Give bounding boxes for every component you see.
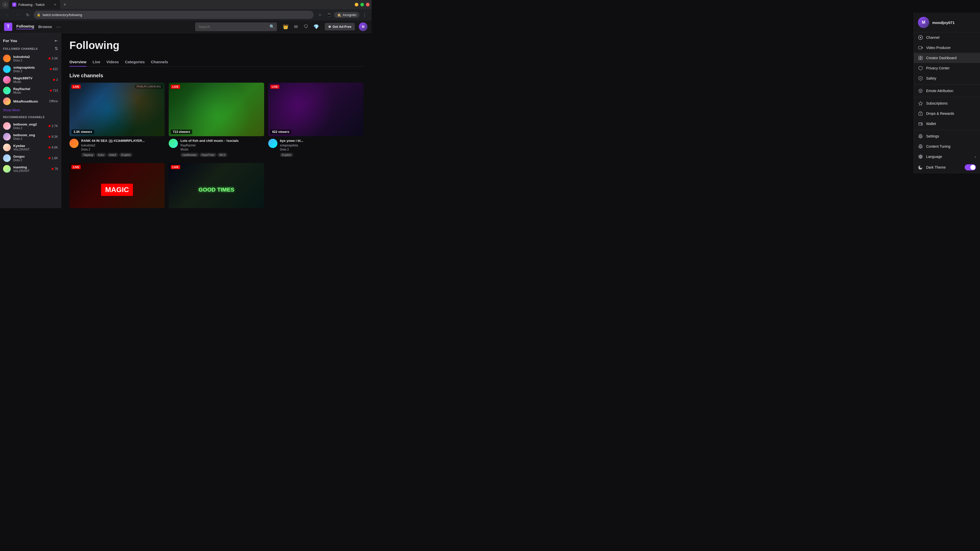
channel-live: 8.3K (48, 135, 58, 138)
sidebar-item-rayrachel[interactable]: RayRachel Music 713 (0, 85, 61, 96)
sidebar-item-betboom-eng2[interactable]: betboom_eng2 Dota 2 2.7K (0, 121, 61, 131)
drops-icon-btn[interactable]: 💎 (312, 22, 321, 32)
tag[interactable]: English (119, 153, 132, 157)
avatar (3, 133, 11, 141)
active-tab[interactable]: T Following - Twitch ✕ (9, 0, 60, 9)
channel-game: VALORANT (13, 169, 49, 173)
minimize-btn[interactable] (355, 3, 358, 6)
search-input[interactable] (196, 25, 267, 29)
mail-icon-btn[interactable]: ✉ (291, 22, 301, 32)
content-area: For You ⇤ FOLLOWED CHANNELS ⇅ kukudota2 … (0, 33, 372, 208)
tag[interactable]: Tagalog (81, 153, 95, 157)
card-title: bye yowe i bl... (280, 139, 363, 143)
sidebar-item-inamiing[interactable]: inamiing VALORANT 78 (0, 164, 61, 174)
channel-card-magic899[interactable]: MAGIC LIVE (69, 163, 165, 208)
get-ad-free-btn[interactable]: ⊕ Get Ad-Free (325, 23, 355, 30)
live-badge: LIVE (171, 85, 180, 89)
live-dot (48, 57, 51, 59)
tab-overview[interactable]: Overview (69, 58, 86, 67)
maximize-btn[interactable] (360, 3, 364, 6)
user-avatar-btn[interactable]: M (359, 22, 368, 31)
sidebar-collapse-btn[interactable]: ⇤ (55, 38, 58, 43)
browser-actions: ☆ 📱 🕵 Incognito ⋮ (316, 11, 369, 19)
nav-icon-group: 👑 ✉ 🗨 💎 (281, 22, 321, 32)
sidebar-item-kukudota2[interactable]: kukudota2 Dota 2 3.3K (0, 53, 61, 64)
show-more-btn[interactable]: Show More (0, 106, 61, 114)
streamer-avatar (268, 139, 277, 148)
search-button[interactable]: 🔍 (267, 22, 277, 31)
channel-info: betboom_eng Dota 2 (13, 133, 46, 141)
sidebar-item-gorgec[interactable]: Gorgec Dota 2 1.8K (0, 153, 61, 164)
channel-card-kukudota2[interactable]: LIVE 3.3K viewers RIVALRY.LINK/KUKU RANK… (69, 83, 165, 157)
live-badge: LIVE (171, 165, 180, 169)
card-tags: cardbreaks HypeTrain MLS (180, 153, 264, 157)
tag[interactable]: kuku (96, 153, 106, 157)
channel-game: Music (13, 91, 47, 94)
incognito-btn[interactable]: 🕵 Incognito (334, 12, 360, 18)
live-dot (48, 125, 51, 127)
avatar (3, 76, 11, 84)
nav-following[interactable]: Following (16, 24, 34, 29)
tag[interactable]: HypeTrain (200, 153, 216, 157)
crown-icon-btn[interactable]: 👑 (281, 22, 290, 32)
offline-badge: Offline (49, 100, 58, 103)
live-dot (48, 146, 51, 148)
viewer-count: 713 (53, 89, 58, 92)
phone-btn[interactable]: 📱 (325, 11, 333, 19)
close-btn[interactable] (366, 3, 369, 6)
search-bar[interactable]: 🔍 (195, 22, 277, 31)
forward-btn[interactable]: → (13, 11, 21, 19)
channel-info: kukudota2 Dota 2 (13, 55, 46, 62)
sidebar-item-kyedae[interactable]: Kyedae VALORANT 8.8K (0, 142, 61, 153)
twitch-logo[interactable]: T (4, 23, 12, 31)
sidebar: For You ⇤ FOLLOWED CHANNELS ⇅ kukudota2 … (0, 33, 61, 208)
channel-name: MikaRoseMusic (13, 100, 47, 103)
tag[interactable]: dota2 (107, 153, 118, 157)
followed-section-title: FOLLOWED CHANNELS (3, 47, 38, 50)
viewer-count: 2 (56, 78, 58, 82)
bookmark-btn[interactable]: ☆ (316, 11, 324, 19)
tab-live[interactable]: Live (93, 58, 100, 67)
sidebar-item-mikarosemusic[interactable]: MikaRoseMusic Offline (0, 96, 61, 106)
refresh-btn[interactable]: ↻ (24, 11, 32, 19)
card-tags: English (280, 153, 363, 157)
tag[interactable]: English (280, 153, 293, 157)
channel-card-solapsapdota[interactable]: LIVE 622 viewers bye yowe i bl... solaps… (268, 83, 363, 157)
channel-live: 622 (50, 67, 58, 71)
sidebar-item-magic899tv[interactable]: Magic899TV Music 2 (0, 75, 61, 85)
new-tab-btn[interactable]: + (61, 1, 68, 8)
tag[interactable]: cardbreaks (180, 153, 198, 157)
nav-more-btn[interactable]: ⋯ (56, 24, 61, 30)
channel-game: Dota 2 (13, 69, 47, 73)
live-badge: LIVE (72, 165, 81, 169)
followed-channels-header: FOLLOWED CHANNELS ⇅ (0, 44, 61, 53)
tab-dropdown-btn[interactable]: ▾ (2, 2, 8, 8)
card-streamer: RayRachel (180, 144, 264, 147)
channel-name: Gorgec (13, 155, 46, 159)
browser-chrome: ▾ T Following - Twitch ✕ + ← → ↻ 🔒 twitc… (0, 0, 372, 21)
sidebar-item-solapsapdota[interactable]: solapsapdota Dota 2 622 (0, 64, 61, 75)
tab-channels[interactable]: Channels (151, 58, 168, 67)
avatar (3, 165, 11, 173)
tab-categories[interactable]: Categories (125, 58, 145, 67)
channel-card-rayrachel[interactable]: LIVE 713 viewers Lots of fish and chill … (169, 83, 264, 157)
address-bar[interactable]: 🔒 twitch.tv/directory/following (34, 11, 313, 19)
sidebar-item-betboom-eng[interactable]: betboom_eng Dota 2 8.3K (0, 131, 61, 142)
viewer-count: 8.8K (52, 146, 58, 149)
channel-name: betboom_eng (13, 133, 46, 137)
notification-icon-btn[interactable]: 🗨 (301, 22, 310, 32)
tag[interactable]: MLS (218, 153, 228, 157)
streamer-avatar (69, 139, 79, 148)
avatar (3, 144, 11, 151)
menu-btn[interactable]: ⋮ (360, 11, 369, 19)
avatar (3, 55, 11, 62)
back-btn[interactable]: ← (3, 11, 11, 19)
tab-videos[interactable]: Videos (107, 58, 119, 67)
tab-close-btn[interactable]: ✕ (52, 2, 57, 7)
channel-card-goodtimes[interactable]: GOOD TIMES LIVE (169, 163, 264, 208)
sort-btn[interactable]: ⇅ (55, 46, 58, 51)
channel-game: Dota 2 (13, 159, 46, 162)
nav-browse[interactable]: Browse (38, 24, 52, 29)
top-nav: T Following Browse ⋯ 🔍 👑 ✉ 🗨 💎 ⊕ Get Ad-… (0, 21, 372, 33)
card-info: RANK 44 IN SEA :))) #11kMMRPLAYER... kuk… (81, 139, 165, 157)
